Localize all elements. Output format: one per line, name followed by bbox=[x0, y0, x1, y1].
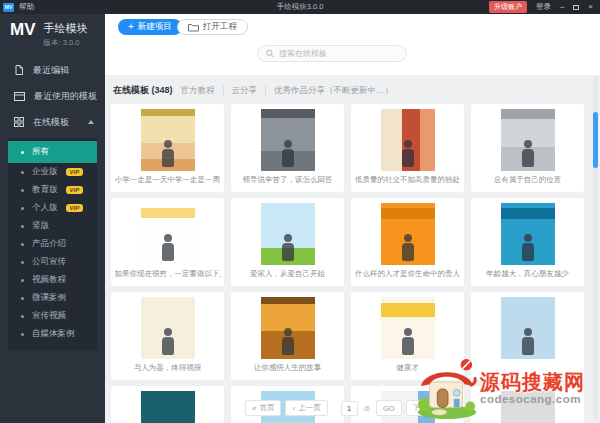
category-company-promo[interactable]: 公司宣传 bbox=[8, 253, 97, 271]
template-title: 与人为善，终得福报 bbox=[134, 363, 202, 373]
category-selfmedia[interactable]: 自媒体案例 bbox=[8, 325, 97, 343]
template-card[interactable]: 低质量的社交不如高质量的独处 bbox=[351, 104, 464, 192]
bullet-icon bbox=[21, 189, 24, 192]
collapse-caret-icon bbox=[88, 120, 94, 124]
folder-icon bbox=[188, 23, 199, 32]
template-card[interactable]: 爱家人，从爱自己开始 bbox=[231, 198, 344, 286]
category-label: 微课案例 bbox=[32, 292, 66, 304]
scrollbar-thumb[interactable] bbox=[593, 112, 598, 168]
open-project-button[interactable]: 打开工程 bbox=[177, 19, 248, 35]
first-page-button[interactable]: «首页 bbox=[245, 400, 281, 416]
category-promo-video[interactable]: 宣传视频 bbox=[8, 307, 97, 325]
upgrade-account-button[interactable]: 升级账户 bbox=[489, 1, 527, 13]
sidebar-item-online-templates[interactable]: 在线模板 bbox=[0, 109, 105, 135]
template-card[interactable]: 小学一走是一天中学一走是一周 bbox=[111, 104, 224, 192]
category-label: 宣传视频 bbox=[32, 310, 66, 322]
app-window: MV 帮助 手绘模块3.0.0 升级账户 登录 – × MV 手绘模块 版本: … bbox=[0, 0, 600, 423]
category-label: 自媒体案例 bbox=[32, 328, 75, 340]
app-version: 版本: 3.0.0 bbox=[44, 38, 88, 48]
template-card[interactable]: 总有属于自己的位置 bbox=[471, 104, 584, 192]
category-label: 所有 bbox=[32, 146, 49, 158]
category-personal[interactable]: 个人版VIP bbox=[8, 199, 97, 217]
open-project-label: 打开工程 bbox=[203, 21, 237, 33]
watermark: 源码搜藏网 codesocang.com bbox=[416, 355, 598, 421]
page-number-input[interactable] bbox=[341, 401, 358, 416]
app-logo: MV bbox=[10, 21, 36, 40]
minimize-button[interactable]: – bbox=[560, 3, 564, 11]
search-bar[interactable] bbox=[257, 45, 407, 62]
category-enterprise[interactable]: 企业版VIP bbox=[8, 163, 97, 181]
online-templates-submenu: 所有 企业版VIP 教育版VIP 个人版VIP 竖版 产品介绍 公司宣传 视频教… bbox=[8, 138, 97, 350]
bullet-icon bbox=[21, 243, 24, 246]
tab-cloud-share[interactable]: 云分享 bbox=[223, 85, 258, 97]
sidebar-item-label: 在线模板 bbox=[33, 116, 69, 129]
template-thumbnail bbox=[261, 297, 315, 359]
bullet-icon bbox=[21, 261, 24, 264]
category-all[interactable]: 所有 bbox=[8, 141, 97, 163]
sidebar: MV 手绘模块 版本: 3.0.0 最近编辑 最近使用的模板 在线模板 所有 企… bbox=[0, 14, 105, 423]
category-product-intro[interactable]: 产品介绍 bbox=[8, 235, 97, 253]
help-menu[interactable]: 帮助 bbox=[19, 2, 34, 12]
category-education[interactable]: 教育版VIP bbox=[8, 181, 97, 199]
template-title: 领导说辛苦了，该怎么回答 bbox=[243, 175, 333, 185]
template-title: 低质量的社交不如高质量的独处 bbox=[355, 175, 460, 185]
template-thumbnail bbox=[141, 203, 195, 265]
template-card[interactable]: 如果你现在很穷，一定要做以下几件事 bbox=[111, 198, 224, 286]
bullet-icon bbox=[21, 207, 24, 210]
category-label: 产品介绍 bbox=[32, 238, 66, 250]
category-video-tutorial[interactable]: 视频教程 bbox=[8, 271, 97, 289]
category-microcourse[interactable]: 微课案例 bbox=[8, 289, 97, 307]
template-card[interactable]: 什么样的人才是你生命中的贵人 bbox=[351, 198, 464, 286]
template-card[interactable]: 年龄越大，真心朋友越少 bbox=[471, 198, 584, 286]
login-button[interactable]: 登录 bbox=[536, 2, 551, 12]
category-label: 视频教程 bbox=[32, 274, 66, 286]
bullet-icon bbox=[21, 171, 24, 174]
template-thumbnail bbox=[141, 391, 195, 423]
tab-featured-works[interactable]: 优秀作品分享（不断更新中…） bbox=[265, 85, 393, 97]
template-thumbnail bbox=[501, 297, 555, 359]
close-button[interactable]: × bbox=[588, 3, 593, 11]
category-vertical[interactable]: 竖版 bbox=[8, 217, 97, 235]
search-input[interactable] bbox=[279, 49, 398, 58]
template-thumbnail bbox=[141, 297, 195, 359]
sidebar-header: MV 手绘模块 版本: 3.0.0 bbox=[0, 14, 105, 57]
category-label: 公司宣传 bbox=[32, 256, 66, 268]
template-title: 年龄越大，真心朋友越少 bbox=[486, 269, 569, 279]
category-label: 企业版 bbox=[32, 166, 58, 178]
vip-badge: VIP bbox=[66, 168, 84, 176]
tab-official-tutorials[interactable]: 官方教程 bbox=[181, 85, 215, 97]
new-project-label: 新建项目 bbox=[138, 21, 172, 33]
new-project-button[interactable]: + 新建项目 bbox=[118, 19, 182, 35]
plus-icon: + bbox=[128, 22, 134, 32]
prev-page-button[interactable]: ‹上一页 bbox=[285, 400, 327, 416]
template-title: 总有属于自己的位置 bbox=[494, 175, 562, 185]
template-card[interactable]: 让你感悟人生的故事 bbox=[231, 292, 344, 380]
template-card[interactable]: 与人为善，终得福报 bbox=[111, 292, 224, 380]
house-logo-icon bbox=[416, 356, 478, 420]
template-thumbnail bbox=[501, 109, 555, 171]
template-title: 爱家人，从爱自己开始 bbox=[250, 269, 325, 279]
template-thumbnail bbox=[261, 109, 315, 171]
bullet-icon bbox=[21, 151, 24, 154]
sidebar-item-label: 最近编辑 bbox=[33, 64, 69, 77]
tab-online-templates[interactable]: 在线模板 (348) bbox=[113, 84, 173, 97]
template-thumbnail bbox=[381, 297, 435, 359]
category-label: 个人版 bbox=[32, 202, 58, 214]
first-page-label: 首页 bbox=[259, 403, 274, 413]
go-button[interactable]: GO bbox=[376, 400, 402, 416]
vip-badge: VIP bbox=[66, 204, 84, 212]
grid-icon bbox=[14, 117, 24, 127]
document-icon bbox=[14, 65, 24, 75]
template-card[interactable]: 领导说辛苦了，该怎么回答 bbox=[231, 104, 344, 192]
category-label: 教育版 bbox=[32, 184, 58, 196]
vip-badge: VIP bbox=[66, 186, 84, 194]
maximize-button[interactable] bbox=[573, 5, 579, 10]
sidebar-item-recent-templates[interactable]: 最近使用的模板 bbox=[0, 83, 105, 109]
page-total-label: /6 bbox=[364, 404, 370, 413]
category-label: 竖版 bbox=[32, 220, 49, 232]
bullet-icon bbox=[21, 333, 24, 336]
template-card[interactable] bbox=[111, 386, 224, 423]
sidebar-item-recent-edits[interactable]: 最近编辑 bbox=[0, 57, 105, 83]
template-thumbnail bbox=[381, 109, 435, 171]
template-thumbnail bbox=[501, 203, 555, 265]
